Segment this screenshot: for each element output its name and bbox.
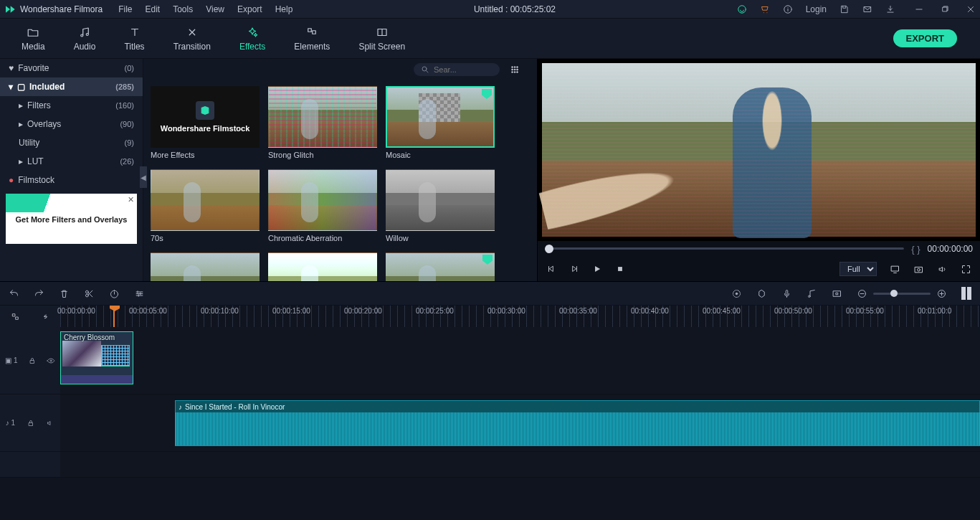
search-field[interactable] (434, 65, 484, 74)
login-link[interactable]: Login (806, 4, 827, 14)
effect-card-more[interactable]: Wondershare Filmstock More Effects (151, 86, 262, 166)
message-icon[interactable] (862, 4, 872, 14)
video-lane[interactable]: Cherry Blossom (60, 327, 980, 394)
play-icon[interactable] (592, 264, 602, 274)
snapshot-icon[interactable] (913, 264, 924, 275)
effect-card-extra-3[interactable] (386, 252, 498, 281)
lock-icon[interactable] (28, 356, 37, 365)
playhead[interactable] (113, 306, 115, 327)
video-clip-label: Cherry Blossom (64, 334, 115, 341)
tab-splitscreen[interactable]: Split Screen (344, 22, 419, 56)
menu-file[interactable]: File (118, 4, 132, 14)
tab-transition[interactable]: Transition (159, 22, 225, 56)
effect-card-extra-2[interactable] (268, 252, 380, 281)
effect-card-extra-1[interactable] (151, 252, 262, 281)
menu-export[interactable]: Export (237, 4, 262, 14)
video-clip[interactable]: Cherry Blossom (60, 331, 133, 384)
download-icon[interactable] (885, 4, 895, 14)
ruler-ticks[interactable]: 00:00:00:0000:00:05:0000:00:10:0000:00:1… (60, 306, 980, 327)
sidebar-favorite-label: Favorite (18, 63, 49, 73)
scrub-knob[interactable] (545, 245, 553, 253)
menu-edit[interactable]: Edit (146, 4, 161, 14)
window-close-icon[interactable] (966, 4, 976, 14)
sidebar-utility[interactable]: Utility (9) (0, 133, 143, 152)
step-forward-icon[interactable] (569, 264, 579, 274)
preview-canvas[interactable] (538, 59, 980, 241)
lock-icon[interactable] (27, 419, 35, 427)
ruler-mark: 00:00:55:00 (846, 307, 884, 315)
eye-icon[interactable] (47, 356, 55, 365)
sidebar-filmstock[interactable]: ●Filmstock (0, 171, 143, 189)
menu-view[interactable]: View (206, 4, 224, 14)
zoom-slider[interactable] (873, 293, 931, 295)
chevron-down-icon: ▾ (9, 82, 13, 92)
sidebar-favorite[interactable]: ♥Favorite (0) (0, 59, 143, 77)
audio-lane[interactable]: ♪Since I Started - Roll In Vinocor (60, 394, 980, 451)
sparkle-icon (246, 26, 259, 39)
tab-elements[interactable]: Elements (280, 22, 344, 56)
stop-icon[interactable] (615, 264, 625, 274)
track-manage-icon[interactable] (11, 312, 20, 321)
menu-tools[interactable]: Tools (173, 4, 193, 14)
info-icon[interactable] (783, 4, 793, 14)
display-icon[interactable] (890, 264, 900, 275)
sidebar-included[interactable]: ▾▢Included (285) (0, 77, 143, 96)
split-clip-icon[interactable] (84, 288, 95, 299)
tab-titles[interactable]: Titles (110, 22, 158, 56)
chevron-right-icon: ▸ (19, 100, 23, 110)
effect-card-chromatic[interactable]: Chromatic Aberration (268, 169, 380, 250)
tab-audio[interactable]: Audio (60, 22, 110, 56)
window-restore-icon[interactable] (940, 4, 950, 14)
window-minimize-icon[interactable] (914, 4, 924, 14)
svg-point-10 (517, 67, 518, 68)
cart-icon[interactable] (760, 4, 770, 14)
clip-audio-strip (61, 375, 133, 384)
zoom-knob[interactable] (890, 290, 898, 297)
marker-icon[interactable] (756, 288, 767, 299)
zoom-out-icon[interactable] (857, 288, 867, 299)
speaker-icon[interactable] (46, 419, 54, 427)
support-icon[interactable] (737, 4, 747, 14)
music-note-icon: ♪ (179, 403, 182, 411)
tab-media[interactable]: Media (7, 22, 60, 56)
menu-help[interactable]: Help (275, 4, 293, 14)
delete-icon[interactable] (59, 288, 70, 299)
effect-card-70s[interactable]: 70s (151, 169, 262, 250)
scrub-track[interactable] (545, 247, 904, 250)
sidebar-included-label: Included (29, 82, 65, 92)
sidebar-overlays[interactable]: ▸Overlays (90) (0, 115, 143, 133)
search-input[interactable] (414, 63, 500, 76)
sidebar-filters[interactable]: ▸Filters (160) (0, 96, 143, 115)
effect-card-mosaic[interactable]: Mosaic (386, 86, 498, 166)
redo-icon[interactable] (34, 288, 44, 299)
link-icon[interactable] (41, 312, 50, 321)
volume-icon[interactable] (937, 264, 948, 275)
audio-clip[interactable]: ♪Since I Started - Roll In Vinocor (175, 400, 980, 446)
empty-track (0, 452, 980, 478)
zoom-in-icon[interactable] (936, 288, 947, 299)
save-icon[interactable] (839, 4, 850, 14)
grid-view-icon[interactable] (510, 65, 520, 75)
adjust-icon[interactable] (134, 288, 145, 299)
mark-brackets[interactable]: { } (911, 244, 920, 255)
sidebar-lut[interactable]: ▸LUT (26) (0, 152, 143, 171)
tab-effects[interactable]: Effects (225, 22, 280, 56)
keyframe-icon[interactable] (832, 288, 842, 299)
preview-quality-select[interactable]: Full (839, 262, 877, 276)
svg-point-7 (422, 67, 427, 71)
export-button[interactable]: EXPORT (893, 29, 957, 47)
fullscreen-icon[interactable] (961, 264, 971, 275)
sidebar-collapse-handle[interactable]: ◀ (140, 166, 147, 188)
sidebar-promo[interactable]: ✕ Get More Filters and Overlays (6, 194, 137, 244)
effect-card-strong-glitch[interactable]: Strong Glitch (268, 86, 380, 166)
undo-icon[interactable] (9, 288, 19, 299)
effect-card-willow[interactable]: Willow (386, 169, 498, 250)
render-icon[interactable] (731, 288, 742, 299)
audio-mixer-icon[interactable] (807, 288, 817, 299)
speed-icon[interactable] (109, 288, 120, 299)
timeline-dock-icon[interactable] (961, 287, 971, 300)
step-back-icon[interactable] (546, 264, 556, 274)
close-icon[interactable]: ✕ (128, 195, 134, 204)
voiceover-icon[interactable] (781, 288, 792, 299)
filmstock-brand: Wondershare Filmstock (161, 124, 250, 133)
